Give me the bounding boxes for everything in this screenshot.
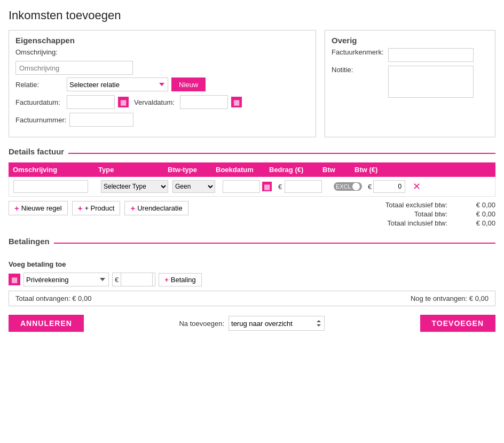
totaal-ontvangen-label: Totaal ontvangen: bbox=[15, 294, 70, 302]
col-btweuro: Btw (€) bbox=[355, 166, 397, 174]
vervaldatum-label: Vervaldatum: bbox=[134, 98, 175, 106]
totaal-incl-label: Totaal inclusief btw: bbox=[387, 219, 447, 227]
toevoegen-button[interactable]: TOEVOEGEN bbox=[420, 315, 495, 332]
row-type-select[interactable]: Selecteer Type bbox=[101, 180, 168, 193]
eigenschappen-title: Eigenschappen bbox=[15, 36, 309, 45]
betaling-euro-sym: € bbox=[115, 276, 119, 284]
product-label: + Product bbox=[84, 204, 114, 212]
row-boekdatum-icon[interactable] bbox=[262, 182, 272, 191]
totaal-btw-value: € 0,00 bbox=[463, 210, 495, 218]
bedrag-euro-sym: € bbox=[278, 183, 282, 191]
factuurkenmerk-label: Factuurkenmerk: bbox=[332, 48, 385, 56]
product-plus-icon: + bbox=[78, 204, 83, 213]
relatie-select[interactable]: Selecteer relatie bbox=[67, 77, 168, 91]
col-omschrijving: Omschrijving bbox=[13, 166, 98, 174]
row-btwtype-select[interactable]: Geen Laag Hoog bbox=[172, 180, 215, 193]
details-title: Details factuur bbox=[9, 147, 64, 156]
urendeclaratie-plus-icon: + bbox=[130, 204, 135, 213]
relatie-label: Relatie: bbox=[15, 81, 64, 89]
totaal-ontvangen-value: € 0,00 bbox=[72, 294, 91, 302]
product-button[interactable]: + + Product bbox=[72, 201, 121, 215]
voeg-betaling-label: Voeg betaling toe bbox=[9, 260, 495, 268]
excl-toggle[interactable]: EXCL bbox=[334, 182, 362, 191]
nieuwe-regel-label: Nieuwe regel bbox=[21, 204, 62, 212]
annuleren-button[interactable]: ANNULEREN bbox=[9, 315, 84, 332]
col-boekdatum: Boekdatum bbox=[216, 166, 269, 174]
factuurdatum-input[interactable]: 18-04-2016 bbox=[67, 95, 115, 109]
nieuwe-regel-button[interactable]: + Nieuwe regel bbox=[9, 201, 68, 215]
factuurkenmerk-input[interactable] bbox=[388, 48, 474, 62]
nieuwe-regel-plus-icon: + bbox=[14, 204, 19, 213]
na-toevoegen-label: Na toevoegen: bbox=[179, 320, 224, 328]
rekening-select[interactable]: Privérekening Zakelijke rekening bbox=[23, 273, 109, 286]
betalingen-title: Betalingen bbox=[9, 237, 50, 246]
toggle-knob bbox=[352, 183, 360, 190]
factuurdatum-label: Factuurdatum: bbox=[15, 98, 64, 106]
nog-ontvangen-label: Nog te ontvangen: bbox=[411, 294, 467, 302]
notitie-textarea[interactable] bbox=[388, 66, 474, 98]
col-btw: Btw bbox=[322, 166, 355, 174]
factuurnummer-input[interactable]: 6 bbox=[69, 113, 133, 127]
row-bedrag-input[interactable] bbox=[285, 180, 322, 193]
betaling-date-icon[interactable] bbox=[9, 274, 20, 285]
factuurdatum-calendar-icon[interactable] bbox=[118, 97, 129, 107]
totaal-ontvangen-text: Totaal ontvangen: € 0,00 bbox=[15, 294, 91, 302]
nog-ontvangen-text: Nog te ontvangen: € 0,00 bbox=[411, 294, 489, 302]
omschrijving-input[interactable] bbox=[15, 61, 133, 75]
notitie-label: Notitie: bbox=[332, 66, 385, 74]
row-boekdatum-input[interactable] bbox=[223, 180, 260, 193]
row-delete-button[interactable]: ✕ bbox=[413, 182, 421, 191]
factuurnummer-label: Factuurnummer: bbox=[15, 116, 66, 124]
page-title: Inkomsten toevoegen bbox=[9, 9, 495, 22]
col-btwtype: Btw-type bbox=[168, 166, 216, 174]
table-row: Selecteer Type Geen Laag Hoog € EXCL € bbox=[9, 177, 495, 197]
vervaldatum-calendar-icon[interactable] bbox=[231, 97, 242, 107]
excl-label: EXCL bbox=[336, 183, 351, 190]
urendeclaratie-button[interactable]: + Urendeclaratie bbox=[124, 201, 188, 215]
totaal-incl-value: € 0,00 bbox=[463, 219, 495, 227]
betaling-plus-icon: + bbox=[164, 276, 169, 284]
betaling-button[interactable]: + Betaling bbox=[159, 273, 202, 286]
urendeclaratie-label: Urendeclaratie bbox=[137, 204, 183, 212]
betaling-bedrag-container: € 0,00 bbox=[112, 273, 155, 286]
totaal-excl-value: € 0,00 bbox=[463, 201, 495, 209]
col-type: Type bbox=[98, 166, 168, 174]
col-bedrag: Bedrag (€) bbox=[269, 166, 322, 174]
omschrijving-label: Omschrijving: bbox=[15, 48, 58, 56]
overig-title: Overig bbox=[332, 36, 489, 45]
betaling-bedrag-input[interactable]: 0,00 bbox=[121, 273, 153, 286]
totaal-bar: Totaal ontvangen: € 0,00 Nog te ontvange… bbox=[9, 291, 495, 306]
nieuw-button[interactable]: Nieuw bbox=[171, 77, 206, 91]
row-btweuro-input[interactable] bbox=[373, 180, 405, 193]
row-omschrijving-input[interactable] bbox=[13, 180, 88, 193]
vervaldatum-input[interactable]: 18-05-2016 bbox=[180, 95, 228, 109]
details-table-header: Omschrijving Type Btw-type Boekdatum Bed… bbox=[9, 162, 495, 177]
nog-ontvangen-value: € 0,00 bbox=[469, 294, 489, 302]
totaal-btw-label: Totaal btw: bbox=[414, 210, 447, 218]
totaal-excl-label: Totaal exclusief btw: bbox=[385, 201, 447, 209]
na-toevoegen-select[interactable]: terug naar overzicht nieuwe invoer bbox=[229, 316, 325, 331]
btweuro-sym: € bbox=[368, 183, 372, 191]
betaling-label: Betaling bbox=[171, 276, 196, 284]
